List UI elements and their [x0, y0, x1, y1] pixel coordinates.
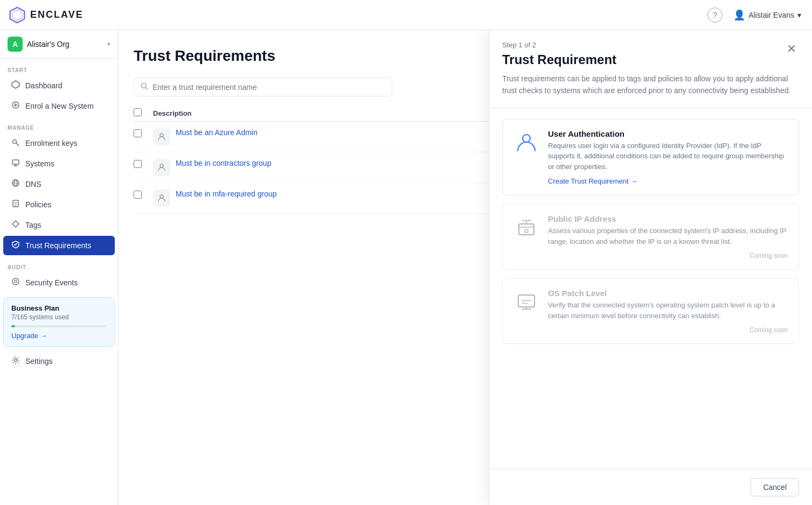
main-layout: A Alistair's Org ▾ START Dashboard Enrol…	[0, 30, 812, 505]
svg-rect-5	[12, 160, 19, 164]
sidebar-item-tags[interactable]: Tags	[3, 215, 115, 235]
plan-title: Business Plan	[11, 304, 107, 312]
user-chevron-icon: ▾	[797, 11, 801, 19]
row-type-icon	[153, 128, 170, 145]
public-ip-icon	[513, 214, 539, 240]
cancel-button[interactable]: Cancel	[751, 478, 799, 496]
sidebar-item-label: Enrolment keys	[25, 139, 77, 148]
row-type-icon	[153, 159, 170, 176]
row-description[interactable]: Must be in mfa-required group	[176, 190, 277, 198]
svg-point-18	[525, 229, 528, 233]
svg-point-16	[523, 135, 530, 142]
sidebar-item-dns[interactable]: DNS	[3, 174, 115, 194]
svg-marker-2	[12, 81, 19, 88]
row-description[interactable]: Must be an Azure Admin	[176, 128, 258, 137]
row-check	[134, 159, 153, 170]
row-description[interactable]: Must be in contractors group	[176, 159, 271, 167]
dns-icon	[11, 179, 20, 190]
option-content: User Authentication Requires user login …	[548, 129, 788, 186]
plan-card: Business Plan 7/165 systems used Upgrade…	[3, 297, 115, 347]
option-title: OS Patch Level	[548, 289, 788, 298]
sidebar-item-policies[interactable]: Policies	[3, 195, 115, 214]
row-checkbox[interactable]	[134, 191, 142, 199]
header-check	[134, 108, 153, 118]
row-check	[134, 128, 153, 139]
sidebar-item-settings[interactable]: Settings	[3, 352, 115, 371]
plan-usage: 7/165 systems used	[11, 313, 107, 321]
topnav-right: ? 👤 Alistair Evans ▾	[707, 8, 801, 23]
help-button[interactable]: ?	[707, 8, 723, 23]
sidebar-item-label: Security Events	[25, 278, 78, 287]
sidebar-item-systems[interactable]: Systems	[3, 154, 115, 173]
sidebar: A Alistair's Org ▾ START Dashboard Enrol…	[0, 30, 119, 505]
systems-icon	[11, 158, 20, 169]
svg-point-9	[12, 278, 19, 285]
section-label-manage: MANAGE	[0, 116, 118, 133]
slideover-description: Trust requirements can be applied to tag…	[489, 67, 812, 108]
logo-icon	[9, 6, 26, 24]
option-card-user-auth: User Authentication Requires user login …	[502, 119, 799, 196]
sidebar-item-label: Enrol a New System	[25, 102, 94, 110]
search-bar[interactable]	[134, 78, 392, 96]
sidebar-item-dashboard[interactable]: Dashboard	[3, 76, 115, 95]
sidebar-item-trust-requirements[interactable]: Trust Requirements	[3, 236, 115, 255]
plan-upgrade-link[interactable]: Upgrade →	[11, 332, 107, 340]
slideover-header: Step 1 of 2 Trust Requirement	[489, 30, 812, 67]
option-card-public-ip: Public IP Address Assess various propert…	[502, 204, 799, 270]
option-description: Verify that the connected system's opera…	[548, 300, 788, 321]
user-name: Alistair Evans	[748, 11, 794, 19]
create-trust-requirement-link[interactable]: Create Trust Requirement →	[548, 177, 788, 185]
slideover-header-left: Step 1 of 2 Trust Requirement	[502, 41, 616, 67]
sidebar-item-label: Policies	[25, 200, 51, 209]
option-title: User Authentication	[548, 129, 788, 138]
sidebar-item-enrol[interactable]: Enrol a New System	[3, 96, 115, 116]
row-type-icon	[153, 190, 170, 207]
user-menu[interactable]: 👤 Alistair Evans ▾	[733, 9, 801, 21]
option-card-inner: Public IP Address Assess various propert…	[513, 214, 788, 259]
svg-point-10	[15, 280, 17, 283]
option-content: OS Patch Level Verify that the connected…	[548, 289, 788, 334]
content-area: Trust Requirements Description Summary	[119, 30, 812, 505]
dashboard-icon	[11, 80, 20, 91]
svg-point-15	[160, 195, 163, 198]
coming-soon-label: Coming soon	[548, 252, 788, 259]
sidebar-item-enrolment-keys[interactable]: Enrolment keys	[3, 134, 115, 153]
policies-icon	[11, 199, 20, 210]
svg-rect-19	[518, 295, 535, 307]
close-button[interactable]	[784, 41, 799, 56]
svg-point-13	[160, 134, 163, 137]
row-checkbox[interactable]	[134, 160, 142, 168]
section-label-start: START	[0, 59, 118, 75]
svg-marker-8	[12, 221, 19, 227]
svg-point-14	[160, 164, 163, 167]
slideover-footer: Cancel	[489, 469, 812, 505]
select-all-checkbox[interactable]	[134, 108, 142, 116]
row-checkbox[interactable]	[134, 129, 142, 137]
settings-icon	[11, 356, 20, 367]
sidebar-item-security-events[interactable]: Security Events	[3, 273, 115, 292]
tags-icon	[11, 220, 20, 230]
plan-usage-bar	[11, 325, 107, 327]
search-input[interactable]	[152, 83, 385, 92]
option-title: Public IP Address	[548, 214, 788, 223]
option-content: Public IP Address Assess various propert…	[548, 214, 788, 259]
sidebar-item-label: Systems	[25, 159, 54, 168]
enrol-icon	[11, 101, 20, 111]
step-label: Step 1 of 2	[502, 41, 616, 49]
sidebar-item-label: Tags	[25, 221, 41, 229]
option-card-os-patch: OS Patch Level Verify that the connected…	[502, 278, 799, 344]
section-label-audit: AUDIT	[0, 256, 118, 272]
sidebar-item-label: DNS	[25, 180, 41, 188]
coming-soon-label: Coming soon	[548, 326, 788, 334]
slideover-title: Trust Requirement	[502, 52, 616, 67]
shield-icon	[11, 240, 20, 251]
org-chevron-icon: ▾	[107, 40, 110, 48]
org-selector[interactable]: A Alistair's Org ▾	[0, 30, 118, 59]
slideover-panel: Step 1 of 2 Trust Requirement Trust requ…	[489, 30, 812, 505]
user-avatar-icon: 👤	[733, 9, 745, 21]
row-check	[134, 190, 153, 200]
os-patch-icon	[513, 289, 539, 314]
key-icon	[11, 138, 20, 149]
security-events-icon	[11, 277, 20, 288]
option-description: Assess various properties of the connect…	[548, 226, 788, 247]
